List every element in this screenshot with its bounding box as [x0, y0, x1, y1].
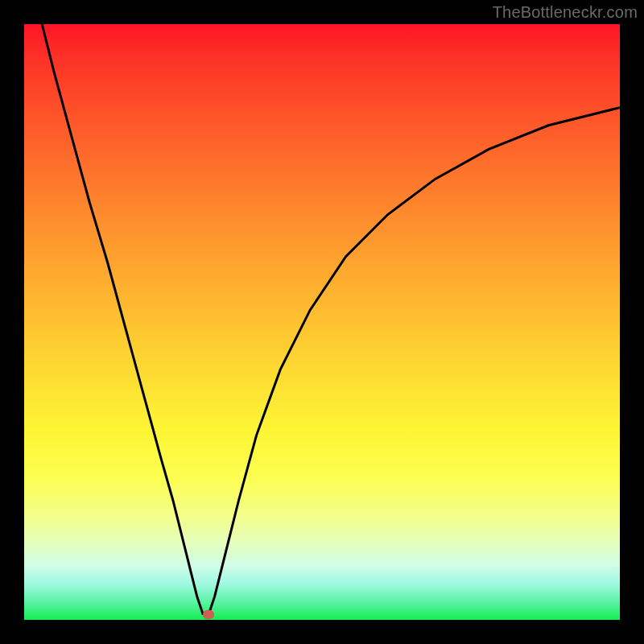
chart-plot-area	[24, 24, 620, 620]
watermark-text: TheBottleneckr.com	[493, 3, 638, 22]
chart-marker	[203, 610, 214, 619]
chart-curve	[42, 24, 620, 614]
chart-curve-svg	[24, 24, 620, 620]
chart-frame: TheBottleneckr.com	[0, 0, 644, 644]
